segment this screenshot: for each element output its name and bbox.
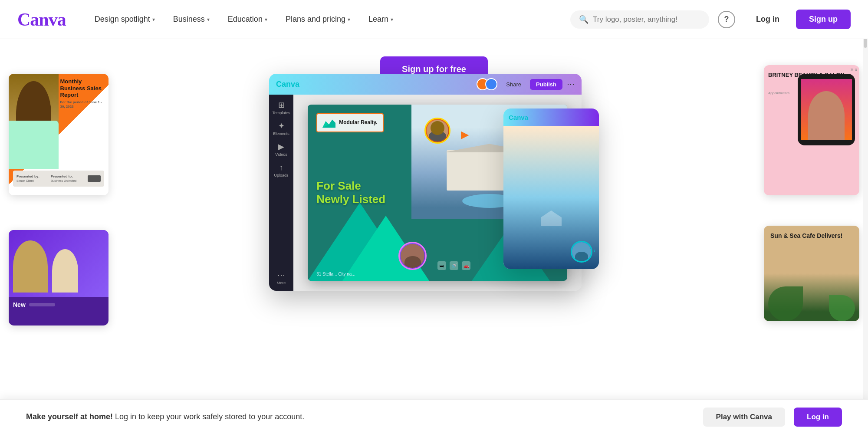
person-shape <box>13 240 48 293</box>
chevron-icon: ‹ <box>593 247 595 254</box>
more-icon: ⋯ <box>277 270 285 280</box>
realty-brand-name: Modular Realty. <box>339 119 377 125</box>
chevron-down-icon: ▾ <box>348 16 350 23</box>
card-teal-block <box>9 121 59 169</box>
car-icon: 🚗 <box>462 261 470 270</box>
chevron-down-icon: ▾ <box>207 16 210 23</box>
card-title: Monthly Business Sales Report <box>60 78 105 99</box>
for-sale-headline: For Sale Newly Listed <box>316 179 385 206</box>
business-card-content: Monthly Business Sales Report For the pe… <box>9 74 108 195</box>
agent-head <box>431 121 444 135</box>
agent-face-3 <box>572 242 591 261</box>
secondary-editor-header: Canva <box>503 108 599 126</box>
new-purple-card[interactable]: New <box>9 230 108 326</box>
share-button[interactable]: Share <box>502 79 526 89</box>
presenter-1: Presented by: Simon Client <box>16 174 39 183</box>
search-input[interactable] <box>593 15 700 24</box>
card-subtitle: For the period of June 1 - 30, 2023 <box>60 100 105 109</box>
realty-logo-box: Modular Realty. <box>316 113 383 132</box>
arrow-pointer: ▶ <box>461 128 469 141</box>
secondary-canva-logo: Canva <box>509 114 528 121</box>
editor-header-right: Share Publish ⋯ <box>477 78 575 90</box>
nav-design-spotlight[interactable]: Design spotlight ▾ <box>88 11 162 27</box>
elements-icon: ✦ <box>278 121 285 131</box>
realty-logo-icon <box>322 118 335 128</box>
agent-face-2 <box>401 244 424 268</box>
search-icon: 🔍 <box>579 15 589 24</box>
nav-plans-pricing[interactable]: Plans and pricing ▾ <box>279 11 357 27</box>
woman-silhouette <box>808 91 844 140</box>
sidebar-more-label: More <box>277 281 286 285</box>
canva-logo[interactable]: Canva <box>17 9 66 30</box>
editor-mockup: Canva Share Publish ⋯ ⊞ Templates <box>269 74 599 304</box>
avatar-2 <box>485 78 497 90</box>
beauty-salon-card[interactable]: ✕ x BRITNEY BEAUTY & SALON Appointments <box>764 65 859 195</box>
avatar-group <box>477 78 497 90</box>
business-report-card[interactable]: Monthly Business Sales Report For the pe… <box>9 74 108 195</box>
person-shape-2 <box>52 249 78 293</box>
sidebar-elements-label: Elements <box>273 132 289 136</box>
nav-education[interactable]: Education ▾ <box>221 11 274 27</box>
new-card-photo-area <box>9 230 108 297</box>
nav-items: Design spotlight ▾ Business ▾ Education … <box>88 11 570 27</box>
notification-rest: Log in to keep your work safely stored t… <box>115 412 304 421</box>
publish-button[interactable]: Publish <box>530 79 562 90</box>
sidebar-videos[interactable]: ▶ Videos <box>272 140 291 159</box>
property-icons: 🛏 🚿 🚗 <box>437 261 470 270</box>
bottom-notification-bar: Make yourself at home! Log in to keep yo… <box>0 399 868 434</box>
leaf-2 <box>829 295 855 321</box>
agent-body-2 <box>404 256 421 268</box>
card-title-area: Monthly Business Sales Report For the pe… <box>60 78 105 109</box>
sidebar-templates[interactable]: ⊞ Templates <box>272 98 291 117</box>
videos-icon: ▶ <box>278 142 284 151</box>
sidebar-videos-label: Videos <box>275 152 287 157</box>
presenter-2: Presented to: Business Unlimited <box>51 174 77 183</box>
play-with-canva-button[interactable]: Play with Canva <box>703 408 785 427</box>
agent-avatar-2 <box>571 241 592 263</box>
sidebar-templates-label: Templates <box>272 111 290 115</box>
sidebar-elements[interactable]: ✦ Elements <box>272 119 291 138</box>
bed-icon: 🛏 <box>437 261 446 270</box>
agent-avatar-top <box>424 118 450 144</box>
new-card-footer: New <box>9 297 108 312</box>
phone-screen <box>801 79 852 140</box>
close-icon: ✕ x <box>850 67 857 72</box>
more-options-icon[interactable]: ⋯ <box>567 79 575 89</box>
chevron-down-icon: ▾ <box>152 16 155 23</box>
help-button[interactable]: ? <box>718 11 735 28</box>
notification-message: Make yourself at home! Log in to keep yo… <box>26 411 304 423</box>
card-footer: Presented by: Simon Client Presented to:… <box>13 171 104 187</box>
templates-icon: ⊞ <box>278 100 285 110</box>
editor-sidebar: ⊞ Templates ✦ Elements ▶ Videos ↑ Upload… <box>269 95 293 291</box>
beauty-phone-mockup <box>798 74 855 145</box>
new-badge: New <box>13 301 26 308</box>
chevron-down-icon: ▾ <box>391 16 393 23</box>
cafe-title: Sun & Sea Cafe Delivers! <box>770 232 853 240</box>
main-content: Sign up for free Monthly Business Sales … <box>0 39 868 408</box>
sidebar-uploads[interactable]: ↑ Uploads <box>272 161 291 180</box>
bottom-login-button[interactable]: Log in <box>794 408 842 427</box>
search-bar: 🔍 <box>570 10 709 29</box>
beauty-subtitle: Appointments <box>768 91 789 95</box>
nav-business[interactable]: Business ▾ <box>166 11 217 27</box>
sidebar-uploads-label: Uploads <box>274 173 288 178</box>
nav-learn[interactable]: Learn ▾ <box>362 11 400 27</box>
secondary-editor-canvas: ‹ <box>503 126 599 269</box>
sidebar-more[interactable]: ⋯ More <box>272 268 291 287</box>
leaf-1 <box>768 286 803 321</box>
secondary-editor-window: Canva ‹ <box>503 108 599 269</box>
cafe-card[interactable]: Sun & Sea Cafe Delivers! <box>764 226 859 321</box>
card-title-placeholder <box>29 303 55 306</box>
phone-content <box>801 79 852 140</box>
editor-header: Canva Share Publish ⋯ <box>269 74 582 95</box>
new-card-content: New <box>9 230 108 326</box>
editor-canva-logo: Canva <box>276 80 299 89</box>
login-button[interactable]: Log in <box>744 10 792 28</box>
property-address: 31 Stella... City na... <box>316 272 355 276</box>
scrollbar[interactable] <box>863 0 868 434</box>
cafe-card-content: Sun & Sea Cafe Delivers! <box>764 226 859 321</box>
navbar: Canva Design spotlight ▾ Business ▾ Educ… <box>0 0 868 39</box>
signup-button[interactable]: Sign up <box>796 10 851 29</box>
chevron-down-icon: ▾ <box>265 16 267 23</box>
uploads-icon: ↑ <box>279 163 283 172</box>
